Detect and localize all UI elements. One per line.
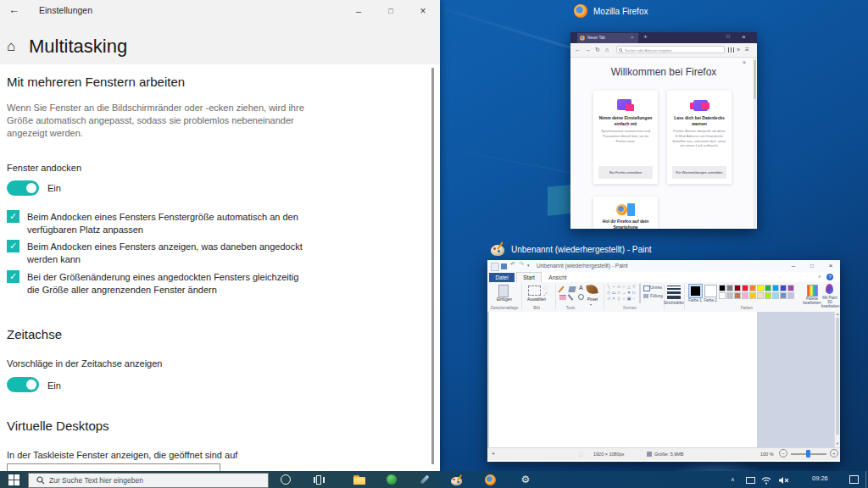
redo-icon[interactable]: ↷ (519, 261, 524, 268)
palette-color-swatch[interactable] (780, 292, 787, 299)
save-icon[interactable] (501, 263, 507, 269)
speaker-muted-icon[interactable] (778, 476, 790, 485)
task-view-button[interactable] (307, 471, 331, 488)
paint-canvas[interactable] (489, 312, 757, 447)
palette-color-swatch[interactable] (772, 292, 779, 299)
palette-color-swatch[interactable] (780, 285, 787, 291)
edit-palette-button[interactable]: Palette bearbeiten (802, 297, 822, 305)
fill-dropdown[interactable]: Füllung (650, 294, 663, 298)
scrollbar-thumb[interactable] (836, 318, 839, 435)
paint-close-icon[interactable]: × (823, 262, 838, 269)
crop-icon[interactable]: ⬚ (543, 285, 548, 290)
paint3d-icon[interactable] (826, 284, 833, 294)
ff-close-icon[interactable]: × (742, 33, 746, 41)
card-button[interactable]: Bei Firefox anmelden (598, 166, 653, 179)
tab-datei[interactable]: Datei (489, 273, 515, 282)
library-icon[interactable] (728, 47, 734, 53)
minimize-button[interactable]: – (342, 0, 375, 22)
palette-color-swatch[interactable] (742, 292, 748, 299)
edit-palette-icon[interactable] (807, 285, 818, 297)
tab-ansicht[interactable]: Ansicht (543, 273, 572, 282)
palette-color-swatch[interactable] (765, 285, 771, 291)
palette-color-swatch[interactable] (726, 292, 733, 299)
card-button[interactable]: Für Warnmeldungen anmelden (672, 166, 726, 179)
clipboard-icon[interactable] (498, 285, 509, 297)
palette-color-swatch[interactable] (719, 285, 726, 291)
palette-color-swatch[interactable] (749, 285, 756, 291)
close-button[interactable]: × (407, 0, 439, 22)
show-desktop-button[interactable] (865, 471, 866, 488)
paint3d-button[interactable]: Mit Paint 3D bearbeiten (821, 296, 838, 308)
scroll-up-icon[interactable]: ▲ (836, 312, 839, 316)
action-center-icon[interactable] (849, 475, 859, 484)
firefox-tab[interactable]: Neuer Tab × (577, 33, 638, 43)
checkbox-snap-assist[interactable]: ✓ (7, 240, 19, 252)
undo-icon[interactable]: ↶ (510, 261, 515, 268)
select-icon[interactable] (528, 286, 541, 296)
taskbar-search-box[interactable]: Zur Suche Text hier eingeben (28, 473, 269, 488)
back-icon[interactable]: ← (8, 3, 19, 16)
pen-app-button[interactable] (413, 471, 437, 488)
ribbon-collapse-icon[interactable]: ∧ (818, 274, 821, 279)
brush-dropdown-icon[interactable]: ▾ (590, 302, 592, 307)
tray-chevron-icon[interactable]: ∧ (731, 476, 735, 483)
overflow-icon[interactable]: » (737, 43, 740, 56)
fill-bucket-icon[interactable] (568, 286, 576, 292)
cortana-button[interactable] (274, 471, 298, 488)
settings-taskbar-button[interactable]: ⚙ (514, 471, 537, 488)
checkbox-resize-fit[interactable]: ✓ (7, 210, 19, 223)
palette-color-swatch[interactable] (749, 292, 756, 299)
text-tool-icon[interactable]: A (579, 285, 583, 291)
welcome-close-icon[interactable]: × (743, 59, 746, 65)
home-icon[interactable]: ⌂ (605, 43, 609, 56)
nav-forward-icon[interactable]: → (585, 43, 591, 56)
zoom-out-icon[interactable]: − (779, 449, 787, 458)
shape-icon[interactable]: ▷ (632, 290, 637, 296)
tab-start[interactable]: Start (516, 272, 542, 282)
green-app-button[interactable] (380, 471, 403, 488)
shapes-grid[interactable]: ╲~□○△▽◇▭☆→♥▷◁×▯∩▣◦ (606, 284, 638, 303)
url-bar[interactable]: Suchen oder Adresse eingeben (616, 46, 725, 53)
paint-window[interactable]: ↶ ↷ ▾ Unbenannt (wiederhergestellt) - Pa… (487, 260, 840, 462)
palette-color-swatch[interactable] (734, 285, 741, 291)
menu-icon[interactable]: ≡ (745, 43, 749, 56)
new-tab-icon[interactable]: + (643, 33, 648, 41)
palette-color-swatch[interactable] (765, 292, 771, 299)
color2-swatch[interactable] (704, 285, 717, 297)
zoom-slider-thumb[interactable] (806, 450, 810, 458)
outline-dropdown[interactable]: Umriss (650, 286, 662, 290)
palette-color-swatch[interactable] (787, 285, 794, 291)
start-button[interactable] (2, 471, 25, 488)
clock[interactable]: 09:26 (812, 474, 828, 482)
palette-color-swatch[interactable] (726, 285, 733, 291)
ff-maximize-icon[interactable]: □ (726, 34, 730, 39)
paste-button[interactable]: Einfügen (491, 297, 518, 302)
file-explorer-button[interactable] (348, 471, 371, 488)
maximize-button[interactable]: □ (375, 0, 407, 22)
paint-maximize-icon[interactable]: □ (804, 263, 820, 269)
paint-minimize-icon[interactable]: – (786, 262, 801, 269)
eraser-icon[interactable] (559, 295, 566, 300)
shapes-scrollbar[interactable] (639, 284, 641, 303)
wifi-icon[interactable] (761, 476, 771, 485)
firefox-thumbnail[interactable]: Neuer Tab × + □ × ← → ↻ ⌂ Suchen oder Ad… (570, 32, 757, 229)
firefox-taskbar-button[interactable] (478, 471, 502, 488)
palette-color-swatch[interactable] (787, 292, 794, 299)
palette-color-swatch[interactable] (772, 285, 779, 291)
palette-color-swatch[interactable] (734, 292, 741, 299)
qat-dropdown-icon[interactable]: ▾ (527, 263, 530, 268)
brush-button[interactable]: Pinsel (581, 297, 604, 302)
tab-close-icon[interactable]: × (631, 35, 634, 40)
shape-icon[interactable]: ▽ (632, 284, 637, 290)
palette-color-swatch[interactable] (757, 285, 764, 291)
scroll-down-icon[interactable]: ▼ (836, 441, 839, 446)
snap-toggle[interactable] (7, 180, 39, 196)
settings-scrollbar[interactable] (431, 68, 434, 464)
zoom-in-icon[interactable]: + (830, 449, 838, 458)
help-icon[interactable]: ? (826, 274, 833, 280)
timeline-toggle[interactable] (7, 377, 39, 392)
paint-taskbar-button[interactable] (445, 471, 469, 488)
home-icon[interactable]: ⌂ (7, 38, 15, 55)
touch-keyboard-icon[interactable] (746, 477, 755, 484)
canvas-scrollbar[interactable]: ▲ ▼ (834, 312, 840, 447)
